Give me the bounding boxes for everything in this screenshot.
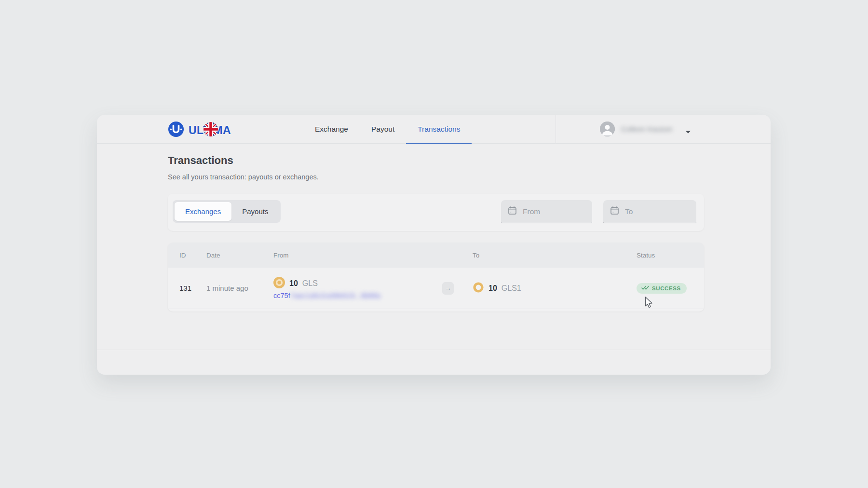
brand-logo[interactable]: ULTIMA	[168, 121, 231, 139]
transaction-to-cell: → 10 GLS1	[473, 282, 637, 295]
filters-panel: Exchanges Payouts	[168, 194, 704, 231]
column-header-status: Status	[637, 252, 704, 259]
transaction-type-tabs: Exchanges Payouts	[173, 200, 281, 223]
column-header-date: Date	[206, 252, 273, 259]
date-from-field[interactable]	[501, 200, 592, 223]
main-nav: Exchange Payout Transactions	[303, 115, 472, 144]
double-check-icon	[641, 285, 649, 291]
mouse-cursor	[645, 297, 653, 311]
nav-item-exchange[interactable]: Exchange	[303, 115, 360, 144]
date-to-input[interactable]	[625, 207, 678, 216]
tx-hash-blurred: 7aac1a9c2ca98eb16...8b88a	[290, 292, 380, 299]
chevron-down-icon[interactable]	[685, 127, 691, 136]
calendar-icon	[508, 206, 517, 217]
ultima-coin-logo-icon	[168, 121, 184, 139]
transaction-id: 131	[179, 284, 206, 292]
table-header-row: ID Date From To Status	[168, 243, 704, 268]
transaction-date: 1 minute ago	[206, 284, 273, 292]
gls1-coin-icon	[473, 282, 484, 295]
from-amount: 10	[289, 279, 298, 288]
calendar-icon	[610, 206, 619, 217]
date-to-field[interactable]	[603, 200, 696, 223]
column-header-id: ID	[179, 252, 206, 259]
user-avatar[interactable]	[600, 122, 615, 136]
arrow-right-icon: →	[442, 282, 454, 295]
nav-item-transactions[interactable]: Transactions	[406, 115, 472, 144]
tab-exchanges[interactable]: Exchanges	[175, 202, 231, 221]
from-currency: GLS	[302, 279, 318, 288]
tx-hash-visible[interactable]: cc75f	[273, 292, 290, 299]
user-name: Colleen Kautzer	[621, 125, 673, 133]
status-text: SUCCESS	[652, 285, 681, 291]
card-footer	[97, 350, 771, 375]
to-amount: 10	[488, 284, 497, 293]
date-from-input[interactable]	[523, 207, 576, 216]
to-currency: GLS1	[502, 284, 521, 293]
page-title: Transactions	[168, 154, 233, 167]
transactions-table: ID Date From To Status 131 1 minute ago …	[168, 243, 704, 312]
table-row: 131 1 minute ago 10 GLS cc75f7aac1a9c2ca…	[168, 268, 704, 309]
page-subtitle: See all yours transaction: payouts or ex…	[168, 173, 319, 181]
status-badge: SUCCESS	[637, 283, 687, 294]
gls-coin-icon	[273, 277, 285, 290]
language-uk-flag-icon[interactable]	[203, 122, 218, 136]
tab-payouts[interactable]: Payouts	[231, 202, 279, 221]
column-header-to: To	[473, 252, 637, 259]
nav-item-payout[interactable]: Payout	[360, 115, 406, 144]
top-navigation-bar: ULTIMA Exchange Payout Transactions	[97, 115, 771, 144]
column-header-from: From	[273, 252, 473, 259]
transaction-status-cell: SUCCESS	[637, 283, 704, 294]
app-root: ULTIMA Exchange Payout Transactions	[0, 0, 868, 488]
